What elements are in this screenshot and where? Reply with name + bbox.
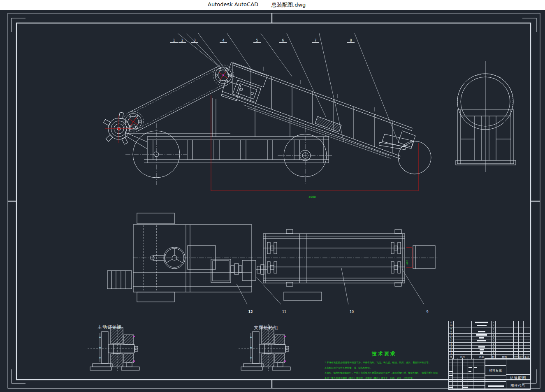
drawing-title-cell: 总装配图: [506, 374, 530, 382]
label-drive-sprocket-group: 主动链轮组: [97, 324, 122, 330]
parts-list-row: 111: [449, 321, 530, 324]
end-view: [456, 61, 516, 172]
gearmotor-assembly: [211, 259, 267, 283]
parts-list-row: 71: [449, 334, 530, 336]
signature-strip: [485, 375, 506, 382]
parts-list-row: 51: [449, 339, 530, 342]
parts-list-row: 101: [449, 324, 530, 327]
dimension-600: 600: [406, 260, 408, 264]
tech-req-line-4: 4.同一零件用多件螺钉（螺栓）紧固时，各螺钉（螺栓）需交叉、对称、逐步、均匀拧紧…: [325, 376, 438, 381]
detail-view-drive-sprocket: [88, 324, 139, 371]
title-block-bottom-strip: [485, 381, 506, 390]
tech-req-line-2: 2.装配过程中零件不允许磕、碰、划伤和锈蚀。: [325, 365, 438, 371]
trough-body: [221, 63, 415, 159]
plan-view: [107, 213, 438, 304]
front-wheel: [125, 123, 187, 185]
callout-12: 12: [247, 310, 254, 314]
parts-list-row: 41: [449, 343, 530, 346]
company-cell: [506, 358, 530, 375]
app-title: Autodesk AutoCAD: [208, 1, 258, 7]
elevation-leaders: [178, 33, 397, 142]
lower-sprocket: [125, 114, 141, 130]
revision-grid: [449, 358, 485, 390]
dimension-lines-red: [211, 95, 418, 191]
callout-3: 3: [191, 39, 198, 43]
callout-4: 4: [220, 39, 227, 43]
parts-list-row: 91: [449, 327, 530, 330]
title-block-empty-cell: [485, 358, 506, 366]
drawing-code-cell: 图样代号: [506, 382, 530, 390]
parts-list-rows: 111101918171615141312111: [449, 321, 530, 355]
parts-list-and-title-block: 111101918171615141312111 序 代号 名称 数 材料 单件…: [448, 321, 531, 390]
rear-caster: [398, 141, 431, 174]
drawbar: [107, 271, 252, 289]
technical-requirements: 技术要求 1.零件在装配前必须清理和清洗干净，不得有毛刺、飞边、氧化皮、锈蚀、切…: [325, 350, 438, 380]
callout-5: 5: [253, 39, 261, 43]
callout-8: 8: [347, 39, 355, 43]
upper-sprocket: [215, 67, 232, 84]
autocad-window: Autodesk AutoCAD 总装配图.dwg: [0, 0, 545, 392]
tech-req-line-1: 1.零件在装配前必须清理和清洗干净，不得有毛刺、飞边、氧化皮、锈蚀、切屑、油污、…: [325, 360, 438, 365]
autocad-canvas[interactable]: 1 2 3 4 5 6 7 8 12 11 10 9 4000 600 主动链轮…: [0, 10, 545, 392]
material-mark-cell: 材料标记: [485, 365, 506, 376]
parts-list-row: 31: [449, 346, 530, 348]
parts-list-row: 21: [449, 349, 530, 352]
parts-list-row: 61: [449, 336, 530, 339]
elevation-view: [104, 33, 431, 191]
callout-6: 6: [279, 39, 287, 43]
document-title: 总装配图.dwg: [271, 1, 306, 9]
parts-list-row: 81: [449, 330, 530, 333]
window-titlebar: Autodesk AutoCAD 总装配图.dwg: [0, 0, 545, 10]
chassis: [125, 98, 414, 163]
callout-7: 7: [312, 39, 319, 43]
parts-list: 111101918171615141312111 序 代号 名称 数 材料 单件…: [448, 321, 531, 360]
detail-view-support-sprocket: [239, 324, 290, 371]
plan-dimension-red: [406, 248, 412, 268]
callout-9: 9: [424, 310, 431, 314]
callout-1: 1: [170, 39, 178, 43]
middle-wheel: [278, 128, 333, 183]
tech-req-title: 技术要求: [370, 350, 399, 357]
dimension-4000: 4000: [308, 195, 316, 199]
parts-list-row: 11: [449, 352, 530, 355]
callout-2: 2: [179, 39, 186, 43]
tech-req-line-3: 3.螺钉、螺栓和螺母紧固时，严禁打击或使用不合适的旋具和扳手，紧固后螺钉槽、螺母…: [325, 370, 438, 376]
callout-10: 10: [348, 310, 355, 314]
chain-conveyor: [123, 65, 234, 132]
title-block: 材料标记 总装配图 图样代号: [448, 358, 531, 390]
callout-11: 11: [281, 310, 288, 314]
label-support-sprocket-group: 支撑链轮组: [254, 325, 278, 331]
